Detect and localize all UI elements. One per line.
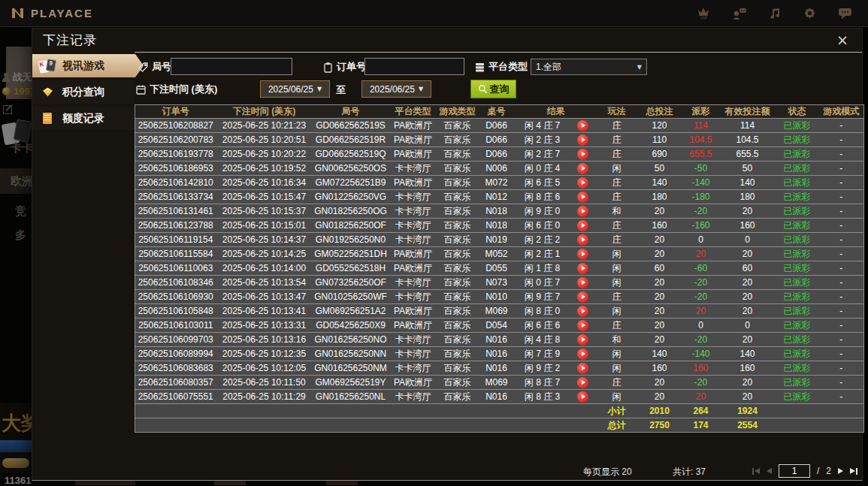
cell-game: 百家乐 [437, 390, 478, 404]
cell-play [570, 219, 597, 233]
play-video-button[interactable] [577, 149, 588, 160]
cell-time: 2025-06-25 10:16:34 [216, 176, 313, 190]
cell-payout: 655.5 [682, 147, 720, 161]
platform-icon [474, 62, 485, 73]
play-video-button[interactable] [577, 234, 588, 246]
cell-time: 2025-06-25 10:20:22 [216, 147, 313, 161]
cell-table: N010 [478, 290, 516, 304]
play-video-button[interactable] [577, 334, 588, 346]
chat-icon[interactable] [838, 7, 853, 20]
play-video-button[interactable] [577, 277, 588, 288]
cell-empty [389, 404, 437, 418]
cell-platform: 卡卡湾厅 [389, 190, 437, 204]
cell-mode: - [819, 390, 864, 404]
order-number-input[interactable] [364, 58, 464, 75]
cell-mode: - [819, 176, 864, 190]
table-header-row: 订单号下注时间 (美东)局号平台类型游戏类型桌号结果玩法总投注派彩有效投注额状态… [135, 105, 864, 119]
cell-payout: -20 [682, 204, 720, 219]
cell-bet: 20 [637, 233, 682, 247]
cell-payout: 20 [682, 390, 720, 404]
platform-type-label: 平台类型 [488, 60, 528, 74]
cell-time: 2025-06-25 10:14:37 [216, 233, 313, 247]
bet-record-row: 2506251061428102025-06-25 10:16:34GM0722… [135, 176, 864, 190]
cell-mode: - [819, 119, 864, 133]
play-video-button[interactable] [577, 263, 588, 274]
cell-table: N018 [478, 219, 516, 233]
cell-order: 250625106103011 [135, 318, 216, 333]
page-number-input[interactable] [779, 464, 810, 478]
play-video-button[interactable] [577, 306, 588, 317]
document-icon [43, 113, 52, 124]
settings-gear-icon[interactable] [803, 6, 817, 20]
play-video-button[interactable] [577, 177, 588, 189]
cell-result: 闲 1 庄 8 [516, 261, 570, 276]
date-from-picker[interactable]: 2025/06/25 ▼ [260, 80, 330, 98]
tab-points-query[interactable]: 积分查询 [32, 80, 134, 104]
play-video-button[interactable] [577, 249, 588, 260]
cell-empty [478, 404, 516, 418]
prev-page-button[interactable] [767, 468, 772, 474]
play-video-button[interactable] [577, 363, 588, 374]
cell-empty [776, 418, 819, 433]
date-to-value: 2025/06/25 [370, 84, 415, 95]
modal-content: 局号 订单号 平台类型 1.全部 ▼ [135, 52, 862, 480]
cell-play [570, 204, 597, 219]
play-video-button[interactable] [577, 220, 588, 231]
cell-valid: 0 [720, 318, 776, 333]
cell-valid: 655.5 [720, 147, 776, 161]
cell-result: 闲 2 庄 7 [516, 147, 570, 161]
cell-status: 已派彩 [776, 247, 819, 261]
cell-mode: - [819, 219, 864, 233]
play-video-button[interactable] [577, 349, 588, 360]
cell-game: 百家乐 [437, 304, 478, 318]
play-video-button[interactable] [577, 206, 588, 217]
next-page-button[interactable] [838, 468, 843, 474]
modal-title: 下注记录 [43, 32, 97, 49]
cell-empty [478, 418, 516, 433]
last-page-button[interactable] [850, 468, 857, 475]
cell-result: 闲 9 庄 7 [516, 290, 570, 304]
cell-platform: 卡卡湾厅 [389, 290, 437, 304]
cell-bet: 50 [637, 161, 682, 176]
cell-table: M069 [478, 304, 516, 318]
cell-platform: 卡卡湾厅 [389, 233, 437, 247]
cell-payout: -20 [682, 333, 720, 347]
cell-valid: 140 [720, 176, 776, 190]
play-video-button[interactable] [577, 192, 588, 203]
round-number-input[interactable] [171, 58, 292, 75]
cell-table: N016 [478, 361, 516, 376]
vip-crown-icon[interactable]: VIP [696, 6, 711, 20]
cell-status: 已派彩 [776, 318, 819, 333]
play-video-button[interactable] [577, 134, 588, 146]
date-to-picker[interactable]: 2025/06/25 ▼ [361, 80, 431, 98]
bet-record-row: 2506251061155842025-06-25 10:14:25GM0522… [135, 247, 864, 261]
cell-table: N019 [478, 233, 516, 247]
cell-method: 庄 [597, 376, 637, 390]
cell-play [570, 147, 597, 161]
play-video-button[interactable] [577, 320, 588, 331]
brand[interactable]: PLAYACE [11, 7, 93, 20]
play-video-button[interactable] [577, 291, 588, 303]
query-button[interactable]: 查询 [470, 80, 516, 98]
first-page-button[interactable] [752, 468, 760, 475]
cell-platform: 卡卡湾厅 [389, 219, 437, 233]
topbar: PLAYACE VIP [0, 0, 868, 27]
close-icon[interactable]: × [833, 33, 851, 47]
cell-result: 闲 9 庄 0 [516, 204, 570, 219]
play-video-button[interactable] [577, 391, 588, 403]
tab-video-games[interactable]: 视讯游戏 [32, 54, 144, 77]
music-icon[interactable] [768, 7, 782, 20]
play-video-button[interactable] [577, 377, 588, 388]
cell-order: 250625106200783 [135, 133, 216, 147]
cell-round: GD0662562519S [313, 119, 389, 133]
platform-type-select[interactable]: 1.全部 ▼ [531, 59, 647, 75]
cell-payout: -140 [682, 176, 720, 190]
cell-status: 已派彩 [776, 190, 819, 204]
tab-quota-records[interactable]: 额度记录 [32, 107, 134, 130]
subtotal-payout: 264 [682, 404, 720, 418]
cell-mode: - [819, 190, 864, 204]
play-video-button[interactable] [577, 163, 588, 174]
cell-payout: -20 [682, 376, 720, 390]
customer-service-icon[interactable] [732, 7, 747, 20]
play-video-button[interactable] [577, 120, 588, 131]
